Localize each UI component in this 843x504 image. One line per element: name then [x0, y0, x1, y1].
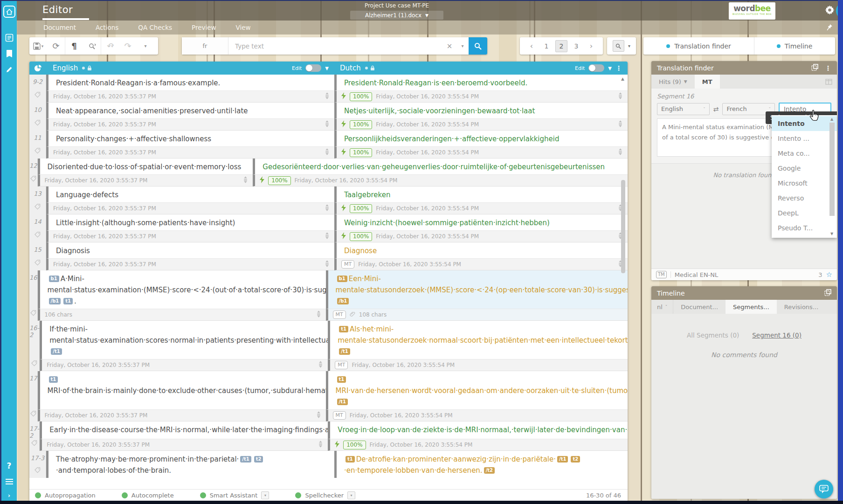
drag-handle-icon[interactable] — [325, 204, 330, 213]
target-segment-text[interactable]: Diagnose — [334, 242, 628, 258]
save-button[interactable]: ▾ — [29, 37, 47, 55]
page-2-button[interactable]: 2 — [555, 40, 567, 52]
home-icon[interactable] — [1, 4, 17, 20]
source-column-chevron[interactable]: ▼ — [325, 66, 329, 71]
toggle-dropdown-chevron[interactable]: ▾ — [261, 491, 269, 499]
provider-option-pseudo-t-[interactable]: Pseudo T... — [772, 221, 837, 235]
scope-link-all-segments-0-[interactable]: All Segments (0) — [687, 331, 739, 339]
drag-handle-icon[interactable] — [325, 260, 330, 269]
dropdown-scrollbar[interactable]: ▲ ▼ — [829, 117, 836, 236]
formatting-marks-button[interactable]: ¶ — [65, 37, 83, 55]
target-segment-text[interactable]: b1Een·Mini-mentale·statusonderzoek·(MMSE… — [326, 270, 628, 309]
language-filter-select[interactable]: nl˅ — [651, 300, 673, 314]
column-menu-icon[interactable]: ⋮ — [615, 64, 622, 72]
timeline-toggle[interactable]: Timeline — [754, 37, 835, 55]
source-segment-text[interactable]: Diagnosis — [46, 242, 334, 258]
page-3-button[interactable]: 3 — [570, 40, 582, 52]
scroll-up-icon[interactable]: ▲ — [621, 76, 624, 81]
provider-option-intento-[interactable]: Intento ... — [772, 131, 837, 146]
tag-icon[interactable] — [35, 203, 41, 212]
drag-handle-icon[interactable] — [325, 148, 330, 157]
settings-gear-icon[interactable] — [825, 5, 835, 17]
search-scope-label[interactable]: fr — [182, 37, 228, 55]
tab-hits[interactable]: Hits (9)▼ — [651, 75, 695, 89]
search-input[interactable] — [228, 42, 442, 50]
menu-item-actions[interactable]: Actions — [96, 24, 118, 31]
timeline-tab-segments[interactable]: Segments... — [726, 300, 777, 314]
source-segment-text[interactable]: The·atrophy·may·be·more·prominent·in·the… — [46, 451, 334, 478]
goto-segment-button[interactable] — [613, 40, 624, 52]
statusbar-toggle-autopropagation[interactable]: Autopropagation — [35, 492, 96, 499]
tag-icon[interactable] — [31, 439, 37, 448]
page-tools-chevron[interactable]: ▾ — [628, 43, 630, 48]
statusbar-toggle-smart-assistant[interactable]: Smart Assistant▾ — [200, 491, 269, 499]
provider-option-deepl[interactable]: DeepL — [772, 206, 837, 221]
redo-button[interactable]: ↷ — [119, 37, 137, 55]
help-icon[interactable]: ? — [1, 458, 17, 474]
provider-option-microsoft[interactable]: Microsoft — [772, 176, 837, 191]
menu-item-view[interactable]: View — [236, 24, 251, 31]
source-segment-text[interactable]: b1A·Mini-mental·status·examination·(MMSE… — [38, 270, 326, 309]
drag-handle-icon[interactable] — [316, 411, 321, 420]
scrollbar-thumb[interactable] — [621, 180, 625, 273]
resources-icon[interactable] — [1, 46, 17, 62]
tag-icon[interactable] — [30, 175, 36, 184]
menu-item-document[interactable]: Document — [43, 24, 76, 31]
tag-icon[interactable] — [35, 259, 41, 268]
menu-item-qa-checks[interactable]: QA Checks — [138, 24, 172, 31]
drag-handle-icon[interactable] — [325, 120, 330, 129]
menu-item-preview[interactable]: Preview — [192, 24, 216, 31]
target-segment-text[interactable]: Weinig·inzicht·(hoewel·sommige·patiënten… — [334, 214, 628, 230]
panel-menu-icon[interactable]: ⋮ — [825, 64, 831, 72]
target-segment-text[interactable]: t1De·atrofie·kan·prominenter·aanwezig·zi… — [334, 451, 628, 478]
find-replace-button[interactable] — [83, 37, 101, 55]
undo-button[interactable]: ↶▾ — [101, 37, 119, 55]
source-language-select[interactable]: English˅ — [657, 103, 710, 115]
provider-option-intento[interactable]: Intento — [772, 116, 837, 131]
source-segment-text[interactable]: Little·insight·(although·some·patients·h… — [46, 214, 334, 230]
tag-icon[interactable] — [35, 231, 41, 240]
prev-page-icon[interactable]: ‹ — [525, 40, 538, 52]
tag-icon[interactable] — [31, 359, 37, 368]
tag-icon[interactable] — [35, 119, 41, 128]
translation-finder-toggle[interactable]: Translation finder — [643, 37, 754, 55]
provider-option-meta-co-[interactable]: Meta co... — [772, 146, 837, 161]
tag-icon[interactable] — [35, 147, 41, 156]
statusbar-toggle-autocomplete[interactable]: Autocomplete — [122, 492, 174, 499]
target-segment-text[interactable]: t1MRI·van·de·hersenen·wordt·vooral·gedaa… — [326, 371, 628, 409]
source-segment-text[interactable]: Neat·appearance,·social·amenities·preser… — [46, 103, 334, 118]
target-segment-text[interactable]: t1Als·het·mini-mentale·statusonderzoek·n… — [328, 321, 628, 359]
paperclip-icon[interactable] — [350, 311, 355, 318]
history-dropdown-button[interactable]: ▾ — [137, 37, 154, 55]
tag-icon[interactable] — [30, 410, 36, 419]
source-segment-text[interactable]: t1MRI·of·the·brain·is·mainly·done·to·exc… — [38, 371, 326, 409]
target-segment-text[interactable]: President·Ronald·Reagan·is·een·beroemd·v… — [334, 75, 628, 90]
target-segment-text[interactable]: Gedesoriënteerd·door·verlies·van·geheuge… — [253, 159, 628, 174]
drag-handle-icon[interactable] — [243, 176, 248, 185]
scroll-down-icon[interactable]: ▼ — [830, 232, 833, 236]
tag-icon[interactable] — [35, 91, 41, 100]
provider-option-reverso[interactable]: Reverso — [772, 191, 837, 206]
panel-layout-icon[interactable] — [825, 75, 837, 89]
hamburger-menu-icon[interactable] — [1, 474, 17, 490]
document-selector[interactable]: Alzheimer1 (1).docx▼ — [350, 11, 443, 20]
target-column-chevron[interactable]: ▼ — [608, 66, 612, 71]
drag-handle-icon[interactable] — [325, 232, 330, 241]
refresh-button[interactable]: ⟳ — [47, 37, 65, 55]
toggle-dropdown-chevron[interactable]: ▾ — [347, 491, 355, 499]
chat-button[interactable] — [815, 480, 833, 498]
next-page-icon[interactable]: › — [585, 40, 597, 52]
tag-icon[interactable] — [30, 309, 36, 318]
drag-handle-icon[interactable] — [318, 441, 323, 449]
pie-chart-icon[interactable] — [29, 62, 46, 75]
source-segment-text[interactable]: Disoriented·due·to·loss·of·spatial·or·ev… — [38, 159, 253, 174]
swap-languages-icon[interactable]: ⇄ — [713, 105, 719, 113]
edit-icon[interactable] — [1, 62, 17, 77]
detach-panel-icon[interactable] — [824, 289, 831, 297]
source-segment-text[interactable]: If·the·mini-mental·status·examination·sc… — [40, 321, 328, 359]
drag-handle-icon[interactable] — [316, 311, 321, 319]
search-button[interactable] — [469, 37, 487, 55]
target-segment-text[interactable]: Taalgebreken — [334, 186, 628, 202]
provider-option-google[interactable]: Google — [772, 161, 837, 176]
source-segment-text[interactable]: President·Ronald·Reagan·is·a·famous·exam… — [46, 75, 334, 90]
